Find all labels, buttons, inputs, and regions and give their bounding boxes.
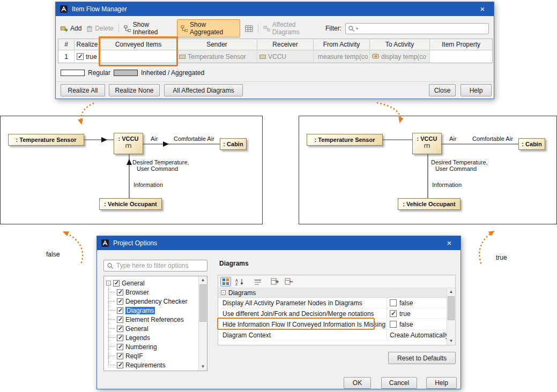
- ifm-titlebar[interactable]: Item Flow Manager ×: [56, 2, 494, 16]
- col-header-receiver[interactable]: Receiver: [257, 39, 314, 50]
- checkbox[interactable]: [117, 362, 123, 368]
- collapse-all-button[interactable]: [284, 277, 294, 287]
- options-property-panel: AZ - Diagrams Display All Activit: [218, 275, 456, 345]
- realize-all-button[interactable]: Realize All: [61, 84, 105, 96]
- part-icon: [259, 54, 266, 59]
- col-header-from-activity[interactable]: From Activity: [314, 39, 370, 50]
- scroll-up-icon[interactable]: ▲: [199, 276, 207, 284]
- close-icon[interactable]: ×: [475, 2, 490, 16]
- checkbox[interactable]: [117, 289, 123, 296]
- cell-to-activity: display temp(co: [370, 50, 430, 63]
- block-vehicle-occupant[interactable]: : Vehicle Occupant: [398, 198, 461, 210]
- block-temperature-sensor[interactable]: : Temperature Sensor: [8, 134, 84, 146]
- col-header-to-activity[interactable]: To Activity: [370, 39, 430, 50]
- tree-item-numbering[interactable]: Numbering: [104, 342, 198, 351]
- scroll-up-icon[interactable]: ▲: [447, 288, 455, 296]
- affected-diagrams-button[interactable]: Affected Diagrams: [263, 21, 321, 36]
- cell-conveyed-items[interactable]: [100, 50, 177, 63]
- flow-label-comfortable-air: Comfortable Air: [472, 135, 513, 142]
- block-vccu[interactable]: : VCCU: [114, 133, 143, 154]
- cell-item-property[interactable]: [430, 50, 492, 63]
- col-header-realize[interactable]: Realize: [75, 39, 100, 50]
- help-button[interactable]: Help: [461, 84, 492, 96]
- sort-alphabetically-button[interactable]: AZ: [234, 277, 245, 287]
- add-icon: [61, 25, 68, 32]
- close-button[interactable]: Close: [429, 84, 456, 96]
- property-row[interactable]: Diagram Context Create Automatically: [218, 330, 447, 341]
- tree-scrollbar[interactable]: ▲ ▼: [198, 276, 207, 371]
- tree-item-general-root[interactable]: - General: [104, 278, 198, 288]
- tree-item-general[interactable]: General: [104, 324, 198, 333]
- tree-item-browser[interactable]: Browser: [104, 288, 198, 297]
- all-affected-diagrams-button[interactable]: All Affected Diagrams: [164, 84, 243, 96]
- block-vccu[interactable]: : VCCU: [412, 133, 442, 154]
- separator-line: [56, 81, 494, 82]
- property-group-header[interactable]: - Diagrams: [218, 288, 447, 298]
- ifm-toolbar: Add Delete Show Inherited Show Aggregate…: [56, 21, 494, 35]
- show-inherited-icon: [124, 25, 131, 32]
- block-temperature-sensor[interactable]: : Temperature Sensor: [307, 134, 383, 146]
- search-icon: [348, 25, 355, 32]
- value-checkbox[interactable]: [390, 299, 397, 306]
- table-row[interactable]: 1 true Temperature Sensor VCCU measure t…: [58, 50, 492, 63]
- show-description-button[interactable]: [252, 277, 263, 287]
- add-button[interactable]: Add: [61, 25, 81, 32]
- checkbox[interactable]: [117, 316, 123, 323]
- collapse-icon[interactable]: -: [221, 290, 226, 295]
- tree-item-reqif[interactable]: ReqIF: [104, 351, 198, 360]
- help-button[interactable]: Help: [426, 377, 457, 389]
- expand-all-button[interactable]: [270, 277, 280, 287]
- chevron-down-icon[interactable]: ▾: [356, 26, 358, 31]
- cancel-button[interactable]: Cancel: [381, 377, 417, 389]
- checkbox[interactable]: [117, 326, 123, 332]
- reset-to-defaults-button[interactable]: Reset to Defaults: [388, 352, 456, 364]
- checkbox[interactable]: [117, 353, 123, 359]
- delete-button[interactable]: Delete: [86, 25, 114, 32]
- flow-label-information: Information: [432, 182, 462, 188]
- tree-item-diagrams[interactable]: Diagrams: [104, 306, 198, 315]
- grid-scrollbar[interactable]: ▲ ▼: [447, 288, 455, 345]
- property-row-hide-information-flow[interactable]: Hide Information Flow If Conveyed Inform…: [218, 319, 447, 330]
- scroll-down-icon[interactable]: ▼: [199, 363, 207, 371]
- block-cabin[interactable]: : Cabin: [220, 138, 247, 150]
- item-flow-manager-dialog: Item Flow Manager × Add Delete Show Inhe…: [55, 2, 494, 99]
- ok-button[interactable]: OK: [344, 377, 371, 389]
- table-options-button[interactable]: [245, 25, 253, 32]
- tree-item-dependency-checker[interactable]: Dependency Checker: [104, 297, 198, 306]
- col-header-item-property[interactable]: Item Property: [430, 39, 492, 50]
- scroll-down-icon[interactable]: ▼: [447, 337, 455, 345]
- diagram-panel-left: : Temperature Sensor : VCCU : Cabin : Ve…: [0, 116, 263, 224]
- block-vehicle-occupant[interactable]: : Vehicle Occupant: [99, 198, 162, 210]
- close-icon[interactable]: ×: [442, 236, 457, 250]
- property-row[interactable]: Use different Join/Fork and Decision/Mer…: [218, 308, 447, 319]
- scroll-thumb[interactable]: [199, 284, 206, 322]
- tree-item-legends[interactable]: Legends: [104, 333, 198, 342]
- collapse-icon[interactable]: -: [106, 281, 111, 285]
- property-row[interactable]: Display All Activity Parameter Nodes in …: [218, 298, 447, 308]
- checkbox[interactable]: [117, 344, 123, 350]
- item-flow-table: # Realize Conveyed Items Sender Receiver…: [58, 39, 493, 63]
- checkbox[interactable]: [117, 307, 123, 314]
- checkbox[interactable]: [117, 298, 123, 305]
- options-search-input[interactable]: [116, 262, 204, 269]
- po-titlebar[interactable]: Project Options ×: [97, 236, 461, 250]
- tree-item-element-references[interactable]: Element References: [104, 315, 198, 324]
- tree-item-requirements[interactable]: Requirements: [104, 360, 198, 370]
- value-checkbox[interactable]: [390, 310, 397, 317]
- col-header-conveyed-items[interactable]: Conveyed Items: [100, 39, 177, 50]
- scroll-thumb[interactable]: [448, 296, 455, 320]
- checkbox[interactable]: [113, 280, 120, 287]
- realize-checkbox[interactable]: [77, 53, 84, 60]
- col-header-sender[interactable]: Sender: [177, 39, 257, 50]
- categorized-view-icon: [222, 278, 229, 285]
- categorized-view-button[interactable]: [220, 277, 231, 287]
- show-aggregated-toggle[interactable]: Show Aggregated: [177, 19, 240, 37]
- col-header-num[interactable]: #: [58, 39, 75, 50]
- block-cabin[interactable]: : Cabin: [518, 138, 545, 150]
- realize-none-button[interactable]: Realize None: [109, 84, 160, 96]
- show-inherited-button[interactable]: Show Inherited: [124, 21, 172, 36]
- filter-input[interactable]: [359, 25, 486, 32]
- value-checkbox[interactable]: [390, 321, 397, 328]
- checkbox[interactable]: [117, 335, 123, 341]
- dialog-title: Project Options: [113, 239, 438, 247]
